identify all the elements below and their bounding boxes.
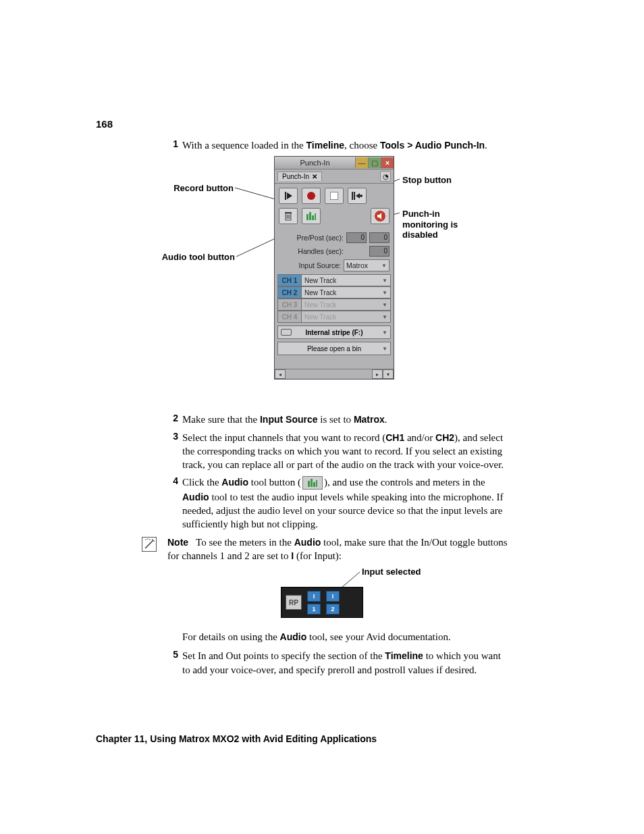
bold: Audio: [221, 477, 248, 488]
channel-1-track-select[interactable]: New Track▼: [302, 274, 391, 286]
step-1: 1 With a sequence loaded in the Timeline…: [166, 138, 510, 152]
channel-4-track-select[interactable]: New Track▼: [302, 311, 391, 323]
postroll-value[interactable]: 0: [369, 232, 390, 243]
channel-3-button[interactable]: CH 3: [277, 298, 302, 311]
handles-value[interactable]: 0: [369, 246, 390, 257]
svg-rect-21: [316, 480, 317, 487]
tab-close-icon[interactable]: ✕: [312, 173, 317, 180]
channel-1-button[interactable]: CH 1: [277, 274, 302, 286]
maximize-button[interactable]: ▢: [368, 157, 381, 168]
text: tool to test the audio input levels whil…: [182, 492, 503, 530]
channel-3-track-select[interactable]: New Track▼: [302, 298, 391, 311]
preroll-value[interactable]: 0: [346, 232, 367, 243]
bold: CH2: [435, 432, 454, 443]
figure-input-selected: Input selected RP I 1 I 2: [166, 567, 510, 627]
audio-tool-inline-icon: [302, 476, 323, 490]
callout-monitoring-disabled: Punch-in monitoring is disabled: [402, 209, 483, 240]
text: and/or: [404, 432, 435, 443]
go-to-out-button[interactable]: [348, 188, 367, 204]
svg-point-24: [149, 539, 151, 540]
tab-bar: Punch-In ✕ ◔: [275, 170, 394, 184]
svg-point-23: [147, 538, 149, 540]
text: With a sequence loaded in the: [182, 140, 306, 151]
chapter-footer: Chapter 11, Using Matrox MXO2 with Avid …: [96, 733, 377, 744]
step-body: Select the input channels that you want …: [182, 431, 510, 472]
svg-rect-4: [352, 192, 353, 200]
text: ), and use the controls and meters in th…: [324, 477, 485, 488]
step-number: 3: [166, 431, 178, 472]
scroll-right-button[interactable]: ▸: [372, 369, 383, 379]
dropdown-arrow-icon: ▼: [382, 290, 387, 296]
record-button[interactable]: [302, 188, 321, 204]
dropdown-arrow-icon: ▼: [382, 314, 387, 320]
dropdown-arrow-icon: ▼: [382, 278, 387, 284]
bold: CH1: [385, 432, 404, 443]
step-number: 1: [166, 138, 178, 152]
text: is set to: [318, 414, 354, 425]
track-value: New Track: [304, 313, 336, 321]
drive-select[interactable]: Internal stripe (F:) ▼: [277, 325, 391, 339]
channel-2-track-select[interactable]: New Track▼: [302, 286, 391, 298]
channel-2-io: I 2: [326, 591, 340, 615]
callout-record-button: Record button: [159, 183, 234, 194]
note-body: Note To see the meters in the Audio tool…: [167, 536, 510, 563]
channel-row-4: CH 4 New Track▼: [277, 311, 391, 323]
svg-marker-6: [356, 193, 360, 199]
scroll-left-button[interactable]: ◂: [275, 369, 286, 379]
tab-label: Punch-In: [282, 173, 309, 180]
bold: Timeline: [306, 140, 345, 151]
dropdown-arrow-icon: ▼: [382, 346, 387, 352]
rp-button[interactable]: RP: [286, 595, 302, 610]
bin-select[interactable]: Please open a bin ▼: [277, 342, 391, 355]
callout-audio-tool-button: Audio tool button: [147, 252, 235, 263]
text: tool, see your Avid documentation.: [306, 631, 450, 642]
ch2-number[interactable]: 2: [326, 604, 340, 615]
bold: Input Source: [260, 414, 318, 425]
input-source-select[interactable]: Matrox▼: [344, 259, 390, 271]
text: , choose: [344, 140, 380, 151]
play-in-out-button[interactable]: [279, 188, 298, 204]
ch1-input-toggle[interactable]: I: [307, 591, 321, 602]
step-number: 4: [166, 475, 178, 531]
svg-rect-13: [306, 214, 308, 220]
minimize-button[interactable]: —: [355, 157, 368, 168]
text: .: [385, 414, 387, 425]
bold: Audio: [294, 537, 321, 548]
figure-punchin: Record button Audio tool button Stop but…: [166, 156, 510, 406]
handles-label: Handles (sec):: [279, 247, 344, 255]
bold: Timeline: [385, 650, 423, 661]
svg-rect-14: [309, 212, 311, 220]
text: tool button (: [248, 477, 301, 488]
svg-rect-16: [315, 213, 316, 220]
titlebar: Punch-In — ▢ ×: [275, 157, 394, 170]
channel-2-button[interactable]: CH 2: [277, 286, 302, 298]
audio-io-panel: RP I 1 I 2: [281, 587, 363, 618]
page-content: 1 With a sequence loaded in the Timeline…: [166, 138, 510, 681]
monitoring-button[interactable]: [371, 208, 390, 224]
ch2-input-toggle[interactable]: I: [326, 591, 340, 602]
drive-icon: [281, 329, 292, 336]
stop-button[interactable]: [325, 188, 344, 204]
toolbar: [275, 184, 394, 231]
tab-punchin[interactable]: Punch-In ✕: [277, 172, 322, 181]
callout-stop-button: Stop button: [402, 175, 456, 186]
close-button[interactable]: ×: [381, 157, 394, 168]
callout-input-selected: Input selected: [362, 567, 421, 577]
channel-4-button[interactable]: CH 4: [277, 311, 302, 323]
text: Click the: [182, 477, 221, 488]
text: Set In and Out points to specify the sec…: [182, 650, 385, 661]
svg-rect-9: [285, 212, 292, 213]
audio-tool-button[interactable]: [302, 208, 321, 224]
settings-gear-icon[interactable]: ◔: [380, 171, 391, 182]
dropdown-arrow-icon: ▼: [382, 330, 387, 336]
scroll-menu-button[interactable]: ▾: [383, 369, 394, 379]
note: Note To see the meters in the Audio tool…: [166, 536, 510, 563]
text: To see the meters in the: [196, 537, 294, 548]
text: Make sure that the: [182, 414, 260, 425]
step-body: Make sure that the Input Source is set t…: [182, 413, 510, 426]
text: Select the input channels that you want …: [182, 432, 385, 443]
channel-table: CH 1 New Track▼ CH 2 New Track▼ CH 3 New…: [277, 274, 391, 323]
trash-button[interactable]: [279, 208, 298, 224]
svg-rect-20: [313, 482, 315, 487]
ch1-number[interactable]: 1: [307, 604, 321, 615]
